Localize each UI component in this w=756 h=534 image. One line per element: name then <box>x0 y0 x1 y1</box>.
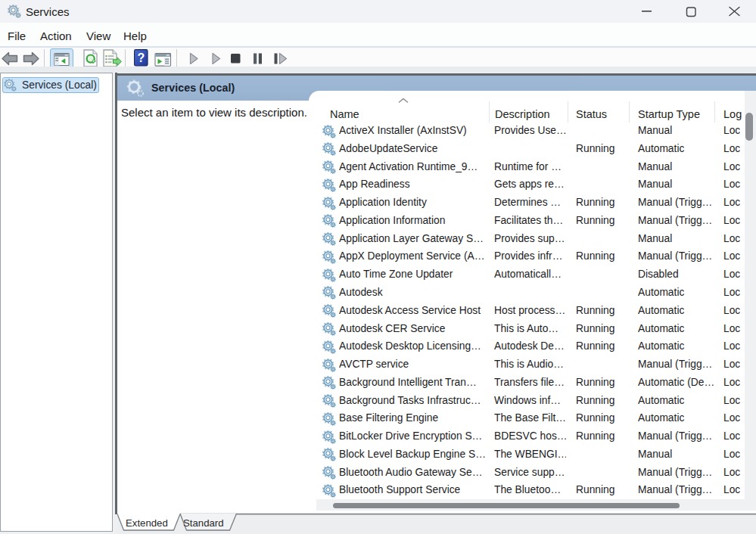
svg-text:?: ? <box>138 51 145 64</box>
